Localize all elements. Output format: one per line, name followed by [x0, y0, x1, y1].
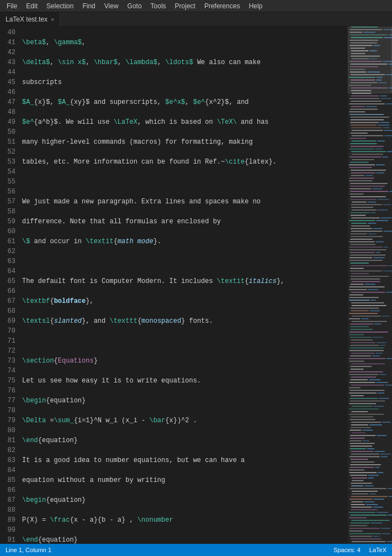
menu-help[interactable]: Help: [245, 1, 267, 11]
cursor-position: Line 1, Column 1: [6, 547, 51, 553]
tab-close-button[interactable]: ×: [51, 16, 54, 23]
main-area: 4041424344 4546474849 5051525354 5556575…: [0, 27, 392, 544]
menu-file[interactable]: File: [2, 1, 22, 11]
code-area: 4041424344 4546474849 5051525354 5556575…: [0, 27, 348, 544]
menu-bar: File Edit Selection Find View Goto Tools…: [0, 0, 392, 12]
line-numbers: 4041424344 4546474849 5051525354 5556575…: [0, 27, 20, 544]
status-bar: Line 1, Column 1 Spaces: 4 LaTeX: [0, 544, 392, 556]
menu-edit[interactable]: Edit: [22, 1, 42, 11]
menu-project[interactable]: Project: [171, 1, 200, 11]
menu-preferences[interactable]: Preferences: [200, 1, 245, 11]
tab-label: LaTeX test.tex: [6, 15, 47, 23]
menu-goto[interactable]: Goto: [123, 1, 146, 11]
minimap[interactable]: [348, 27, 392, 544]
menu-selection[interactable]: Selection: [42, 1, 78, 11]
menu-tools[interactable]: Tools: [146, 1, 171, 11]
menu-find[interactable]: Find: [78, 1, 99, 11]
tab-bar: LaTeX test.tex ×: [0, 12, 392, 27]
editor[interactable]: 4041424344 4546474849 5051525354 5556575…: [0, 27, 348, 544]
language-indicator: LaTeX: [369, 547, 386, 553]
spaces-indicator: Spaces: 4: [333, 547, 361, 553]
tab-latex[interactable]: LaTeX test.tex ×: [0, 12, 60, 27]
code-content[interactable]: \beta$, \gamma$, \delta$, \sin x$, \hbar…: [20, 27, 348, 544]
menu-view[interactable]: View: [100, 1, 123, 11]
